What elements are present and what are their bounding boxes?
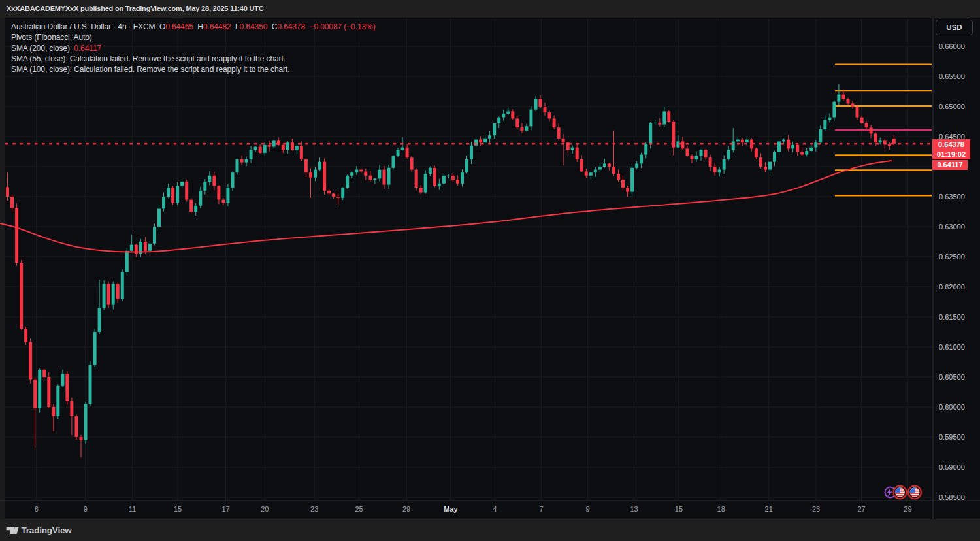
svg-text:TradingView: TradingView [22,525,73,535]
